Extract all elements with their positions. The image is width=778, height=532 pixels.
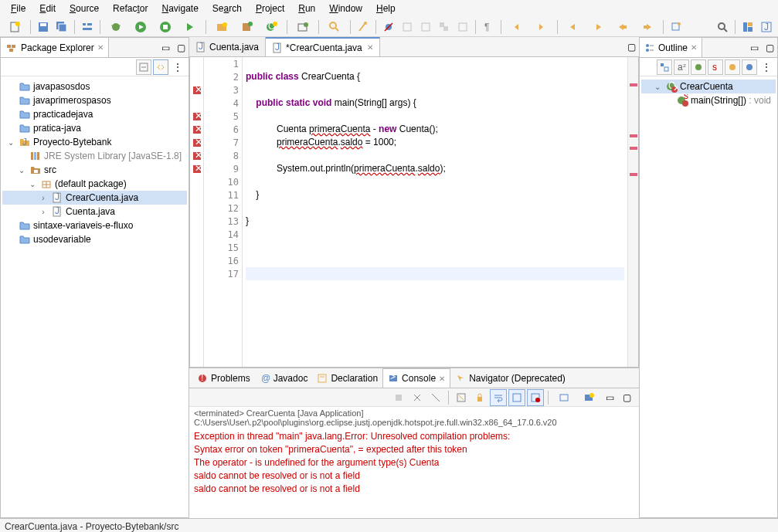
scroll-lock-button[interactable]: [471, 389, 488, 406]
menu-window[interactable]: Window: [323, 2, 369, 15]
maximize-editor-button[interactable]: ▢: [623, 39, 639, 55]
menu-run[interactable]: Run: [292, 2, 321, 15]
forward-history-button[interactable]: [636, 19, 659, 36]
bottom-tab-console[interactable]: >_Console✕: [382, 368, 450, 388]
expander-icon[interactable]: ›: [38, 194, 49, 202]
tree-item[interactable]: sintaxe-variaveis-e-fluxo: [2, 219, 187, 232]
clear-console-button[interactable]: [453, 389, 470, 406]
tree-item[interactable]: javapasosdos: [2, 80, 187, 93]
display-console-button[interactable]: [552, 389, 576, 406]
skip-breakpoints-button[interactable]: [380, 19, 397, 36]
edit-button-3[interactable]: [436, 19, 453, 36]
bottom-tab-problems[interactable]: !Problems: [192, 368, 255, 388]
close-icon[interactable]: ✕: [439, 374, 445, 383]
java-perspective-button[interactable]: J: [758, 19, 775, 36]
package-explorer-tab[interactable]: Package Explorer ✕: [1, 38, 109, 57]
close-icon[interactable]: ✕: [367, 43, 373, 52]
new-java-project-button[interactable]: [210, 19, 233, 36]
maximize-button[interactable]: ▢: [173, 40, 189, 56]
expander-icon[interactable]: ⌄: [652, 83, 663, 91]
new-class-button[interactable]: C: [260, 19, 283, 36]
link-editor-button[interactable]: [153, 59, 168, 75]
overview-ruler[interactable]: [627, 57, 638, 367]
minimize-button[interactable]: ▭: [746, 40, 762, 56]
perspective-button[interactable]: [739, 19, 756, 36]
maximize-button[interactable]: ▢: [762, 40, 777, 56]
open-type-button[interactable]: [291, 19, 314, 36]
remove-terminated-button[interactable]: [409, 389, 426, 406]
outline-item[interactable]: ⌄C✕CrearCuenta: [641, 80, 776, 93]
expander-icon[interactable]: ⌄: [16, 166, 27, 175]
tree-item[interactable]: practicadejava: [2, 107, 187, 121]
tree-item[interactable]: ›JCuenta.java: [2, 205, 187, 219]
expander-icon[interactable]: ⌄: [5, 138, 16, 147]
bottom-tab-declaration[interactable]: Declaration: [312, 368, 382, 388]
coverage-button[interactable]: [154, 19, 177, 36]
hide-nonpublic-button[interactable]: [725, 59, 740, 75]
terminate-button[interactable]: [390, 389, 407, 406]
menu-edit[interactable]: Edit: [33, 2, 62, 15]
edit-button-4[interactable]: [454, 19, 471, 36]
menu-refactor[interactable]: Refactor: [107, 2, 154, 15]
tree-item[interactable]: ⌄JProyecto-Bytebank: [2, 135, 187, 149]
show-whitespace-button[interactable]: ¶: [480, 19, 497, 36]
outline-tab[interactable]: Outline ✕: [640, 38, 702, 57]
outline-tree[interactable]: ⌄C✕CrearCuentasmain(String[]) : void: [640, 76, 777, 517]
edit-button-2[interactable]: [417, 19, 434, 36]
minimize-button[interactable]: ▭: [158, 40, 173, 56]
save-button[interactable]: [35, 19, 52, 36]
expander-icon[interactable]: ›: [38, 208, 49, 216]
expander-icon[interactable]: ⌄: [27, 180, 38, 188]
hide-fields-button[interactable]: [691, 59, 706, 75]
tree-item[interactable]: ⌄(default package): [2, 177, 187, 191]
hide-local-button[interactable]: [742, 59, 757, 75]
view-menu-button[interactable]: ⋮: [759, 59, 774, 75]
menu-file[interactable]: File: [5, 2, 32, 15]
new-button[interactable]: [3, 19, 26, 36]
tree-item[interactable]: JRE System Library [JavaSE-1.8]: [2, 149, 187, 163]
remove-all-terminated-button[interactable]: [427, 389, 444, 406]
tree-item[interactable]: usodevariable: [2, 232, 187, 246]
console-output[interactable]: Exception in thread "main" java.lang.Err…: [189, 429, 639, 518]
save-all-button[interactable]: [53, 19, 70, 36]
close-icon[interactable]: ✕: [97, 43, 104, 52]
focus-task-button[interactable]: ⋮: [170, 59, 185, 75]
close-icon[interactable]: ✕: [691, 43, 697, 52]
menu-search[interactable]: Search: [206, 2, 248, 15]
outline-item[interactable]: smain(String[]) : void: [641, 93, 776, 107]
tree-item[interactable]: ⌄src: [2, 163, 187, 177]
menu-project[interactable]: Project: [250, 2, 290, 15]
sort-button[interactable]: aᶻ: [674, 59, 689, 75]
run-last-button[interactable]: [178, 19, 202, 36]
menu-help[interactable]: Help: [370, 2, 402, 15]
annotation-next-button[interactable]: [530, 19, 553, 36]
bottom-tab-javadoc[interactable]: @Javadoc: [255, 368, 313, 388]
editor-tab-crearcuenta[interactable]: J *CrearCuenta.java ✕: [266, 37, 380, 56]
menu-source[interactable]: Source: [63, 2, 105, 15]
run-button[interactable]: [129, 19, 152, 36]
hide-static-button[interactable]: s: [708, 59, 723, 75]
debug-button[interactable]: [104, 19, 127, 36]
word-wrap-button[interactable]: [490, 389, 507, 406]
show-on-error-button[interactable]: [527, 389, 544, 406]
toggle-breadcrumb-button[interactable]: [79, 19, 96, 36]
tree-item[interactable]: ›JCrearCuenta.java: [2, 191, 187, 205]
menu-navigate[interactable]: Navigate: [155, 2, 204, 15]
back-button[interactable]: [562, 19, 585, 36]
show-on-output-button[interactable]: [508, 389, 525, 406]
maximize-button[interactable]: ▢: [619, 390, 634, 405]
package-tree[interactable]: javapasosdosjavaprimerospasospracticadej…: [1, 76, 189, 517]
code-editor[interactable]: ✕✕✕✕✕✕ 1234567891011121314151617 public …: [189, 57, 639, 368]
collapse-all-button[interactable]: [136, 59, 151, 75]
back-history-button[interactable]: [611, 19, 634, 36]
toggle-mark-button[interactable]: [355, 19, 372, 36]
open-console-button[interactable]: [577, 389, 600, 406]
forward-button[interactable]: [586, 19, 610, 36]
pin-editor-button[interactable]: [668, 19, 685, 36]
quick-access-button[interactable]: [714, 19, 731, 36]
new-package-button[interactable]: [235, 19, 258, 36]
minimize-button[interactable]: ▭: [602, 390, 617, 405]
focus-active-button[interactable]: [657, 59, 672, 75]
search-button[interactable]: [323, 19, 346, 36]
tree-item[interactable]: pratica-java: [2, 121, 187, 135]
